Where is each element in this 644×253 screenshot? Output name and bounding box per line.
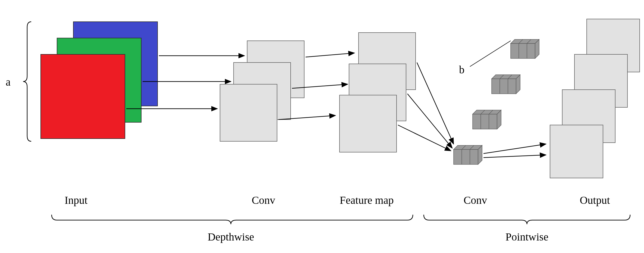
pointwise-filter-4 [511, 39, 539, 58]
svg-line-38 [483, 144, 546, 154]
label-featuremap: Feature map [340, 194, 394, 206]
svg-rect-17 [492, 79, 516, 94]
brace-pointwise: Pointwise [424, 215, 630, 243]
brace-depthwise: Depthwise [52, 215, 413, 243]
depthwise-kernel-1 [220, 84, 277, 141]
svg-line-3 [306, 53, 354, 57]
svg-marker-23 [473, 110, 501, 114]
pointwise-filter-1 [454, 145, 482, 164]
label-conv1: Conv [252, 194, 275, 206]
svg-line-6 [417, 63, 454, 144]
arrows-pointwise-to-output [483, 144, 546, 158]
output-stack [550, 19, 640, 178]
svg-line-39 [483, 155, 546, 158]
label-b-pointer: b [459, 41, 511, 76]
pointwise-filter-3 [492, 75, 520, 94]
label-a: a [6, 76, 11, 88]
label-conv2: Conv [464, 194, 487, 206]
brace-a: a [6, 22, 31, 141]
svg-marker-30 [454, 145, 482, 149]
pointwise-filter-2 [473, 110, 501, 129]
label-output: Output [580, 194, 610, 206]
svg-line-37 [470, 41, 511, 67]
feature-maps [340, 33, 416, 152]
feature-map-1 [340, 95, 397, 152]
diagram-depthwise-separable-conv: a Input Conv Feature map [0, 0, 644, 253]
input-channel-red [41, 54, 125, 139]
input-stack [41, 22, 158, 139]
svg-rect-10 [511, 43, 535, 58]
svg-marker-9 [511, 39, 539, 43]
svg-line-7 [407, 94, 452, 148]
svg-rect-24 [473, 114, 497, 129]
label-pointwise: Pointwise [505, 231, 548, 243]
svg-line-8 [398, 125, 451, 151]
svg-rect-31 [454, 149, 478, 164]
pointwise-filters [454, 39, 539, 164]
label-b: b [459, 64, 464, 76]
output-channel-1 [550, 125, 603, 178]
label-depthwise: Depthwise [208, 231, 254, 243]
label-input: Input [65, 194, 87, 206]
svg-marker-16 [492, 75, 520, 79]
